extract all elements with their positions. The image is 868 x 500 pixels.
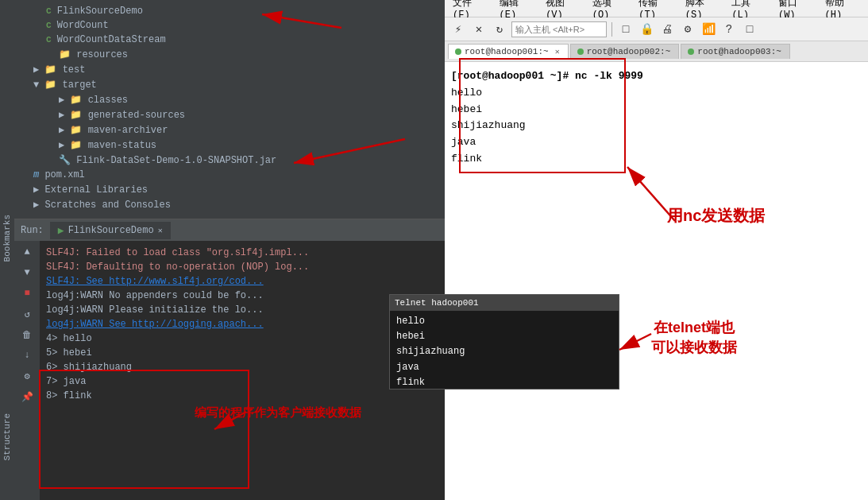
arrow-right-icon-3: ▶ [59,109,64,121]
console-line-log4j-2: log4j:WARN Please initialize the lo... [46,303,438,317]
console-line-log4j-1: log4j:WARN No appenders could be fo... [46,289,438,303]
toolbar-btn-settings[interactable]: ⚙ [679,21,696,38]
console-line-slf4j-1: SLF4J: Failed to load class "org.slf4j.i… [46,246,438,260]
program-annotation-label: 编写的程序作为客户端接收数据 [195,405,361,421]
console-btn-settings[interactable]: ⚙ [19,368,35,384]
class-icon-3: C [46,35,52,45]
ssh-tab-close-1[interactable]: ✕ [555,47,560,56]
arrow-right-icon-2: ▶ [59,94,64,106]
telnet-annotation-label: 在telnet端也可以接收数据 [651,318,737,358]
menu-bar: 文件(F) 编辑(E) 视图(V) 选项(O) 传输(T) 脚本(S) 工具(L… [445,0,868,17]
folder-icon-target: 📁 [44,79,56,91]
terminal-line-hebei: hebei [451,102,862,118]
arrow-right-icon-7: ▶ [33,199,39,211]
console-btn-stop[interactable]: ■ [19,285,35,301]
console-line-output-3: 6> shijiazhuang [46,360,438,374]
tree-item-target[interactable]: ▼ 📁 target [14,77,445,92]
run-tab[interactable]: ▶ FlinkSourceDemo ✕ [50,222,171,239]
telnet-line-2: hebei [396,329,612,344]
console-line-log4j-3[interactable]: log4j:WARN See http://logging.apach... [46,317,438,331]
toolbar-btn-lock[interactable]: 🔒 [638,21,655,38]
ssh-tab-dot-2 [577,48,584,55]
structure-sidebar: Structure [0,397,14,477]
tree-item-scratches[interactable]: ▶ Scratches and Consoles [14,197,445,212]
class-icon: C [46,6,52,16]
tree-item-wordcount[interactable]: C WordCount [14,18,445,33]
console-sidebar: ▲ ▼ ■ ↺ 🗑 ↓ ⚙ 📌 [14,241,40,500]
arrow-right-icon-5: ▶ [59,139,64,151]
console-line-output-4: 7> java [46,374,438,389]
console-output: SLF4J: Failed to load class "org.slf4j.i… [40,241,445,500]
telnet-window: Telnet hadoop001 hello hebei shijiazhuan… [389,294,619,390]
ssh-tab-hadoop001[interactable]: root@hadoop001:~ ✕ [448,44,569,59]
terminal-line-flink: flink [451,151,862,168]
tree-item-pom[interactable]: m pom.xml [14,168,445,182]
console-line-slf4j-3[interactable]: SLF4J: See http://www.slf4j.org/cod... [46,274,438,289]
folder-icon-status: 📁 [70,139,82,151]
terminal-line-hello: hello [451,85,862,102]
console-area: ▲ ▼ ■ ↺ 🗑 ↓ ⚙ 📌 SLF4J: Failed to load cl… [14,241,445,500]
console-line-output-5: 8> flink [46,389,438,403]
ssh-tab-label-2: root@hadoop002:~ [587,47,671,56]
bookmarks-label: Bookmarks [2,215,12,262]
toolbar-btn-print[interactable]: 🖨 [658,21,676,38]
separator-1 [611,22,612,37]
ssh-tab-label-3: root@hadoop003:~ [697,47,781,56]
toolbar-btn-connect[interactable]: ⚡ [449,21,467,38]
file-tree: C FlinkSourceDemo C WordCount C WordCoun… [14,0,445,219]
terminal-prompt: [root@hadoop001 ~]# nc -lk 9999 [451,68,862,85]
folder-icon-resources: 📁 [59,48,71,60]
telnet-titlebar: Telnet hadoop001 [390,295,619,311]
tree-item-classes[interactable]: ▶ 📁 classes [14,92,445,107]
telnet-line-3: shijiazhuang [396,344,612,359]
console-line-output-1: 4> hello [46,331,438,346]
toolbar-btn-help[interactable]: ? [720,21,738,38]
console-btn-clear[interactable]: 🗑 [19,327,35,343]
telnet-line-4: java [396,360,612,375]
ssh-tab-dot-3 [688,48,694,55]
tree-item-generated-sources[interactable]: ▶ 📁 generated-sources [14,107,445,122]
telnet-title: Telnet hadoop001 [395,298,479,308]
telnet-line-1: hello [396,314,612,329]
tree-item-maven-archiver[interactable]: ▶ 📁 maven-archiver [14,122,445,138]
tree-item-resources[interactable]: 📁 resources [14,47,445,62]
ssh-tab-dot-1 [455,48,461,55]
run-icon: ▶ [58,224,64,237]
console-btn-rerun[interactable]: ↺ [19,306,35,322]
folder-icon-archiver: 📁 [70,124,82,136]
ssh-terminal[interactable]: [root@hadoop001 ~]# nc -lk 9999 hello he… [445,62,868,500]
terminal-line-java: java [451,134,862,151]
tree-item-maven-status[interactable]: ▶ 📁 maven-status [14,138,445,153]
nc-annotation-label: 用nc发送数据 [667,205,765,227]
console-line-output-2: 5> hebei [46,346,438,360]
class-icon-2: C [46,21,52,30]
telnet-line-5: flink [396,375,612,390]
run-label: Run: [21,225,44,236]
console-line-slf4j-2: SLF4J: Defaulting to no-operation (NOP) … [46,260,438,274]
ssh-tab-hadoop002[interactable]: root@hadoop002:~ [570,44,680,59]
host-input[interactable] [511,21,607,37]
tree-item-test[interactable]: ▶ 📁 test [14,62,445,77]
console-btn-down[interactable]: ▼ [19,265,35,281]
ssh-tab-hadoop003[interactable]: root@hadoop003:~ [681,44,790,59]
tree-item-flinksourcedemo[interactable]: C FlinkSourceDemo [14,4,445,18]
tree-item-external-libs[interactable]: ▶ External Libraries [14,182,445,197]
toolbar-btn-disconnect[interactable]: ✕ [470,21,488,38]
folder-icon-test: 📁 [44,64,56,76]
run-tab-label: FlinkSourceDemo [68,225,154,236]
structure-label: Structure [2,413,12,460]
ssh-toolbar: ⚡ ✕ ↻ □ 🔒 🖨 ⚙ 📶 ? □ [445,17,868,41]
ssh-tab-label-1: root@hadoop001:~ [465,47,549,56]
toolbar-btn-signal[interactable]: 📶 [700,21,717,38]
run-tab-close[interactable]: ✕ [158,226,163,235]
toolbar-btn-copy[interactable]: □ [617,21,635,38]
console-btn-up[interactable]: ▲ [19,244,35,260]
pom-icon: m [33,169,39,180]
tree-item-wordcountdatastream[interactable]: C WordCountDataStream [14,33,445,47]
terminal-line-shijiazhuang: shijiazhuang [451,118,862,134]
tree-item-jar[interactable]: 🔧 Flink-DataSet-Demo-1.0-SNAPSHOT.jar [14,153,445,168]
toolbar-btn-reconnect[interactable]: ↻ [491,21,508,38]
console-btn-pin[interactable]: 📌 [19,389,35,405]
toolbar-btn-window[interactable]: □ [741,21,758,38]
console-btn-scroll[interactable]: ↓ [19,347,35,363]
